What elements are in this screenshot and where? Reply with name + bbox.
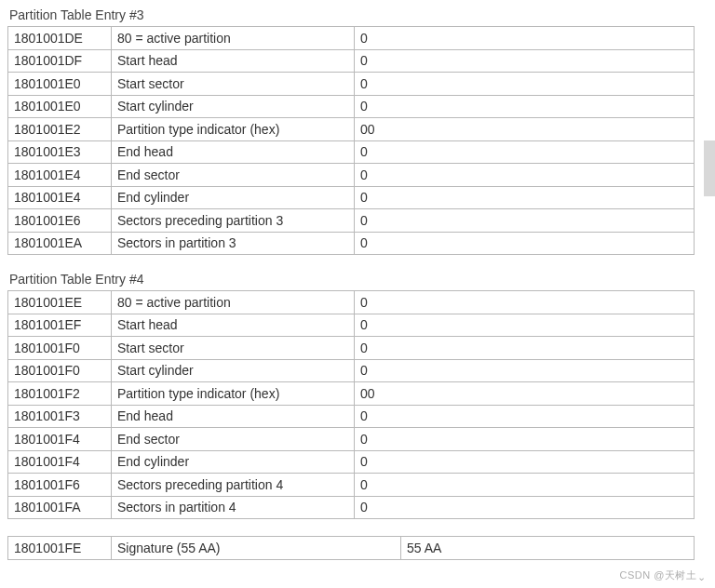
cell-value: 0 xyxy=(355,27,694,49)
cell-desc: Sectors preceding partition 3 xyxy=(112,209,354,232)
cell-value: 0 xyxy=(355,291,694,314)
partition-table-4: 1801001EE80 = active partition0 1801001E… xyxy=(7,290,695,519)
scrollbar-thumb[interactable] xyxy=(704,140,715,196)
cell-offset: 1801001E4 xyxy=(8,187,111,209)
cell-value: 0 xyxy=(355,428,694,450)
table-row[interactable]: 1801001F2Partition type indicator (hex)0… xyxy=(8,382,694,405)
cell-offset: 1801001E4 xyxy=(8,164,111,186)
section-title: Partition Table Entry #4 xyxy=(9,272,695,287)
cell-offset: 1801001E2 xyxy=(8,118,111,140)
cell-desc: Start head xyxy=(112,50,354,73)
table-row[interactable]: 1801001E6Sectors preceding partition 30 xyxy=(8,209,694,232)
cell-offset: 1801001F2 xyxy=(8,382,111,405)
cell-value: 0 xyxy=(355,233,694,255)
watermark: CSDN @天树土⌄ xyxy=(620,568,706,582)
table-row[interactable]: 1801001E4End cylinder0 xyxy=(8,187,694,209)
cell-offset: 1801001E6 xyxy=(8,209,111,232)
table-row[interactable]: 1801001EFStart head0 xyxy=(8,314,694,337)
cell-desc: Start sector xyxy=(112,337,354,359)
cell-desc: 80 = active partition xyxy=(112,291,354,314)
cell-desc: End head xyxy=(112,406,354,428)
cell-offset: 1801001EA xyxy=(8,233,111,255)
section-title: Partition Table Entry #3 xyxy=(9,7,695,22)
cell-value: 0 xyxy=(355,474,694,496)
cell-desc: Start cylinder xyxy=(112,360,354,382)
cell-desc: Start cylinder xyxy=(112,96,354,118)
cell-offset: 1801001F3 xyxy=(8,406,111,428)
cell-value: 00 xyxy=(355,382,694,405)
table-row[interactable]: 1801001EE80 = active partition0 xyxy=(8,291,694,314)
cell-desc: Signature (55 AA) xyxy=(112,537,400,559)
cell-desc: End cylinder xyxy=(112,187,354,209)
cell-value: 0 xyxy=(355,209,694,232)
table-row[interactable]: 1801001F4End sector0 xyxy=(8,428,694,450)
cell-desc: 80 = active partition xyxy=(112,27,354,49)
cell-value: 0 xyxy=(355,164,694,186)
cell-value: 0 xyxy=(355,406,694,428)
cell-offset: 1801001F6 xyxy=(8,474,111,496)
cell-desc: End sector xyxy=(112,164,354,186)
cell-desc: Start sector xyxy=(112,73,354,95)
table-row[interactable]: 1801001DE80 = active partition0 xyxy=(8,27,694,49)
table-row[interactable]: 1801001F4End cylinder0 xyxy=(8,451,694,474)
section-signature: 1801001FE Signature (55 AA) 55 AA xyxy=(7,536,695,560)
table-row[interactable]: 1801001DFStart head0 xyxy=(8,50,694,73)
table-row[interactable]: 1801001F0Start cylinder0 xyxy=(8,360,694,382)
table-row[interactable]: 1801001F6Sectors preceding partition 40 xyxy=(8,474,694,496)
table-row[interactable]: 1801001E3End head0 xyxy=(8,141,694,164)
cell-value: 0 xyxy=(355,360,694,382)
cell-value: 0 xyxy=(355,314,694,337)
chevron-down-icon: ⌄ xyxy=(697,571,707,583)
cell-offset: 1801001EF xyxy=(8,314,111,337)
cell-offset: 1801001E3 xyxy=(8,141,111,164)
cell-offset: 1801001FA xyxy=(8,497,111,519)
cell-value: 0 xyxy=(355,451,694,474)
cell-value: 0 xyxy=(355,337,694,359)
cell-value: 00 xyxy=(355,118,694,140)
cell-value: 0 xyxy=(355,96,694,118)
cell-desc: End sector xyxy=(112,428,354,450)
table-row[interactable]: 1801001E4End sector0 xyxy=(8,164,694,186)
cell-desc: Partition type indicator (hex) xyxy=(112,118,354,140)
cell-offset: 1801001E0 xyxy=(8,73,111,95)
cell-value: 0 xyxy=(355,497,694,519)
cell-offset: 1801001F0 xyxy=(8,337,111,359)
cell-desc: Sectors preceding partition 4 xyxy=(112,474,354,496)
table-row[interactable]: 1801001E0Start cylinder0 xyxy=(8,96,694,118)
table-row[interactable]: 1801001E2Partition type indicator (hex)0… xyxy=(8,118,694,140)
cell-value: 0 xyxy=(355,141,694,164)
partition-entries-panel: Partition Table Entry #3 1801001DE80 = a… xyxy=(0,0,704,568)
cell-offset: 1801001DE xyxy=(8,27,111,49)
cell-offset: 1801001F4 xyxy=(8,428,111,450)
cell-offset: 1801001F4 xyxy=(8,451,111,474)
cell-desc: Sectors in partition 3 xyxy=(112,233,354,255)
table-row[interactable]: 1801001F0Start sector0 xyxy=(8,337,694,359)
section-partition-entry-3: Partition Table Entry #3 1801001DE80 = a… xyxy=(7,7,695,255)
cell-value: 0 xyxy=(355,187,694,209)
cell-offset: 1801001EE xyxy=(8,291,111,314)
cell-desc: Partition type indicator (hex) xyxy=(112,382,354,405)
table-row[interactable]: 1801001E0Start sector0 xyxy=(8,73,694,95)
section-partition-entry-4: Partition Table Entry #4 1801001EE80 = a… xyxy=(7,272,695,519)
cell-offset: 1801001E0 xyxy=(8,96,111,118)
table-row[interactable]: 1801001EASectors in partition 30 xyxy=(8,233,694,255)
cell-desc: End cylinder xyxy=(112,451,354,474)
signature-table: 1801001FE Signature (55 AA) 55 AA xyxy=(7,536,695,560)
cell-value: 0 xyxy=(355,50,694,73)
table-row[interactable]: 1801001FASectors in partition 40 xyxy=(8,497,694,519)
cell-value: 0 xyxy=(355,73,694,95)
cell-desc: Start head xyxy=(112,314,354,337)
table-row[interactable]: 1801001F3End head0 xyxy=(8,406,694,428)
cell-offset: 1801001FE xyxy=(8,537,111,559)
table-row[interactable]: 1801001FE Signature (55 AA) 55 AA xyxy=(8,537,694,559)
partition-table-3: 1801001DE80 = active partition0 1801001D… xyxy=(7,26,695,255)
cell-offset: 1801001F0 xyxy=(8,360,111,382)
cell-desc: End head xyxy=(112,141,354,164)
cell-desc: Sectors in partition 4 xyxy=(112,497,354,519)
cell-value: 55 AA xyxy=(401,537,694,559)
watermark-text: CSDN @天树土 xyxy=(620,569,697,581)
cell-offset: 1801001DF xyxy=(8,50,111,73)
